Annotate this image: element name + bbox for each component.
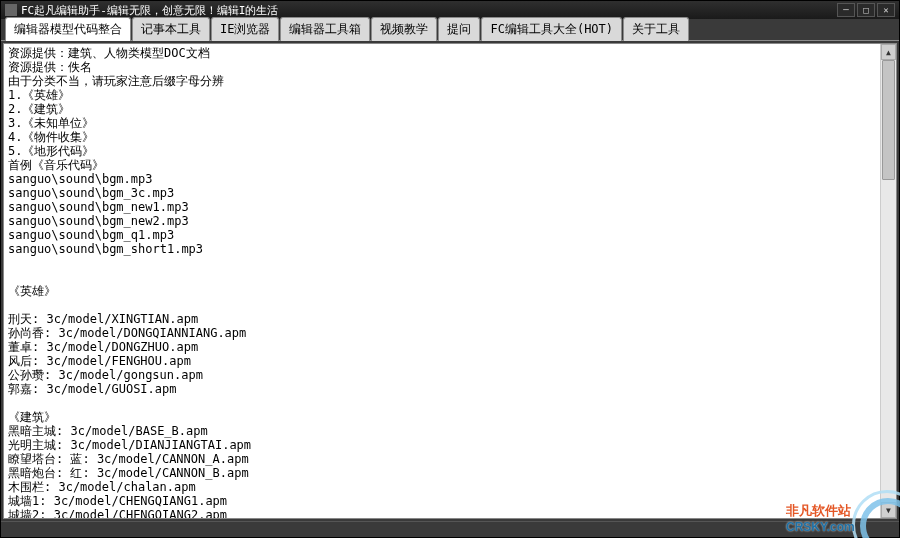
tab-strip: 编辑器模型代码整合 记事本工具 IE浏览器 编辑器工具箱 视频教学 提问 FC编…: [1, 19, 899, 41]
tab-editor-toolbox[interactable]: 编辑器工具箱: [280, 17, 370, 41]
tab-video-tutorial[interactable]: 视频教学: [371, 17, 437, 41]
document-viewport[interactable]: 资源提供：建筑、人物类模型DOC文档 资源提供：佚名 由于分类不当，请玩家注意后…: [4, 44, 880, 518]
scroll-thumb[interactable]: [882, 60, 895, 180]
vertical-scrollbar[interactable]: ▲ ▼: [880, 44, 896, 518]
tab-fc-tools-hot[interactable]: FC编辑工具大全(HOT): [481, 17, 622, 41]
tab-about[interactable]: 关于工具: [623, 17, 689, 41]
tab-ie-browser[interactable]: IE浏览器: [211, 17, 279, 41]
tab-model-code[interactable]: 编辑器模型代码整合: [5, 17, 131, 41]
scroll-down-button[interactable]: ▼: [881, 502, 896, 518]
minimize-button[interactable]: ─: [837, 3, 855, 17]
window-title: FC起凡编辑助手-编辑无限，创意无限！编辑I的生活: [21, 3, 837, 18]
content-area: 资源提供：建筑、人物类模型DOC文档 资源提供：佚名 由于分类不当，请玩家注意后…: [1, 41, 899, 521]
tab-notepad[interactable]: 记事本工具: [132, 17, 210, 41]
maximize-button[interactable]: □: [857, 3, 875, 17]
tab-ask[interactable]: 提问: [438, 17, 480, 41]
status-bar: [1, 521, 899, 537]
window-controls: ─ □ ✕: [837, 3, 895, 17]
document-text: 资源提供：建筑、人物类模型DOC文档 资源提供：佚名 由于分类不当，请玩家注意后…: [4, 44, 880, 518]
app-window: FC起凡编辑助手-编辑无限，创意无限！编辑I的生活 ─ □ ✕ 编辑器模型代码整…: [1, 1, 899, 537]
document-panel: 资源提供：建筑、人物类模型DOC文档 资源提供：佚名 由于分类不当，请玩家注意后…: [3, 43, 897, 519]
scroll-up-button[interactable]: ▲: [881, 44, 896, 60]
app-icon: [5, 4, 17, 16]
close-button[interactable]: ✕: [877, 3, 895, 17]
